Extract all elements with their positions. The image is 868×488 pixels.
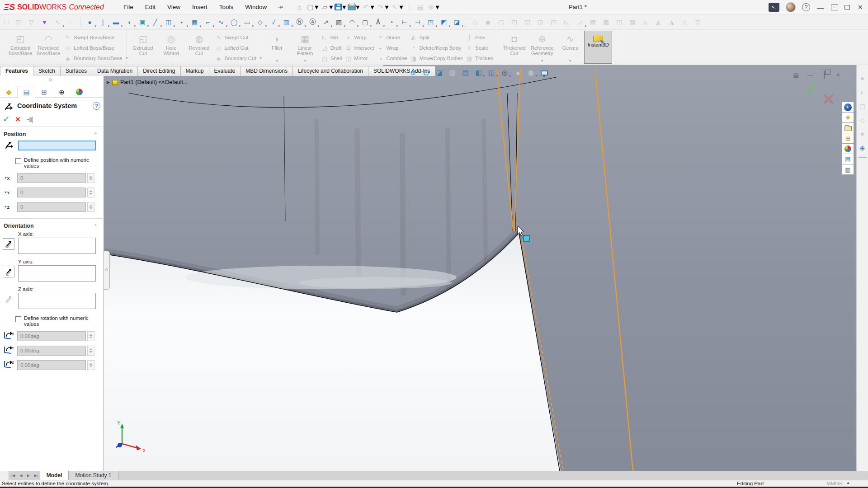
- tab-evaluate[interactable]: Evaluate: [209, 66, 241, 76]
- x-axis-selection-box[interactable]: [18, 238, 96, 254]
- sketch-point-icon[interactable]: ●▾: [83, 16, 96, 28]
- intersect-button[interactable]: ◘Intersect: [344, 42, 374, 53]
- scale-button[interactable]: ◊Scale: [465, 42, 493, 53]
- units-caret-icon[interactable]: ▲: [846, 481, 850, 485]
- last-tab-icon[interactable]: ▶|: [32, 471, 40, 480]
- viewport-minimize-icon[interactable]: —: [806, 71, 814, 78]
- arc-icon[interactable]: ◖▾: [123, 16, 136, 28]
- draft-button[interactable]: ◿Draft: [320, 42, 342, 53]
- collapse-orientation-icon[interactable]: ⌃: [94, 224, 97, 229]
- undo-icon[interactable]: ↶▾: [360, 1, 375, 13]
- graphics-viewport[interactable]: Y x: [104, 65, 868, 471]
- define-position-label[interactable]: Define position with numeric values: [24, 157, 99, 169]
- plug-left-icon[interactable]: ⊢▾: [398, 16, 411, 28]
- combine-tool-icon[interactable]: ◬: [639, 16, 652, 28]
- extruded-cut-button[interactable]: ◱Extruded Cut: [129, 31, 157, 64]
- split-button[interactable]: ◭Split: [409, 32, 463, 42]
- span-displays-button[interactable]: [831, 5, 838, 10]
- mirror-button[interactable]: ◫Mirror: [344, 53, 374, 64]
- home-icon[interactable]: ⌂: [294, 1, 305, 13]
- rotate-x-stepper[interactable]: [87, 331, 94, 341]
- lofted-boss-base-button[interactable]: ◇Lofted Boss/Base: [63, 42, 122, 53]
- new-document-icon[interactable]: ▢▾: [305, 1, 319, 13]
- apply-scene-icon[interactable]: ◍▾: [525, 67, 537, 78]
- orientation-header[interactable]: Orientation: [4, 223, 34, 229]
- z-axis-selection-box[interactable]: [18, 293, 96, 309]
- document-tab-label[interactable]: Part1 (Default) <<Default...: [120, 79, 188, 85]
- minimize-button[interactable]: —: [816, 4, 825, 11]
- flag-b-icon[interactable]: ◪▾: [450, 16, 463, 28]
- dome-tool-icon[interactable]: ◠▾: [345, 16, 359, 28]
- shell-tool-icon[interactable]: ▢: [495, 16, 508, 28]
- tab-data-migration[interactable]: Data Migration: [92, 66, 138, 76]
- thicken-tool-icon[interactable]: ▽: [691, 16, 704, 28]
- solid-box-icon[interactable]: ▣▾: [136, 16, 149, 28]
- units-label[interactable]: MMGS: [826, 481, 843, 486]
- menu-edit[interactable]: Edit: [139, 1, 161, 13]
- eraser-icon[interactable]: ◇▾: [254, 16, 267, 28]
- spline-icon[interactable]: ∿▾: [214, 16, 227, 28]
- filter-toggle-active-icon[interactable]: ▼: [38, 16, 51, 28]
- confirm-ok-icon[interactable]: ✓: [804, 78, 820, 99]
- dome-button[interactable]: ◓Dome: [376, 32, 407, 42]
- cli-terminal-icon[interactable]: >_: [769, 3, 779, 12]
- file-explorer-icon[interactable]: [842, 122, 854, 133]
- tab-property-manager[interactable]: ▤: [18, 86, 35, 98]
- menu-view[interactable]: View: [161, 1, 186, 13]
- view-settings-icon[interactable]: [538, 67, 550, 78]
- x-coordinate-field[interactable]: 0: [17, 173, 86, 183]
- ok-button[interactable]: ✓: [3, 114, 10, 124]
- rectangle-small-icon[interactable]: ▪▾: [175, 16, 188, 28]
- z-coordinate-stepper[interactable]: [87, 202, 94, 212]
- view-palette-icon[interactable]: ⊞: [842, 133, 854, 144]
- y-coordinate-field[interactable]: 0: [17, 188, 86, 197]
- tab-dimxpert-manager[interactable]: ⊕: [53, 86, 71, 98]
- 3dexperience-icon[interactable]: [842, 102, 854, 113]
- flag-a-icon[interactable]: ◩▾: [437, 16, 450, 28]
- lasso-select-icon[interactable]: ◌: [64, 16, 77, 28]
- extruded-boss-base-button[interactable]: ◰Extruded Boss/Base: [6, 31, 34, 64]
- menu-insert[interactable]: Insert: [186, 1, 213, 13]
- close-button[interactable]: ×: [856, 3, 864, 12]
- select-icon[interactable]: ↖▾: [389, 1, 404, 13]
- splitter-box[interactable]: [0, 471, 9, 480]
- menu-file[interactable]: File: [118, 1, 139, 13]
- help-icon[interactable]: ?: [802, 3, 810, 11]
- swept-boss-base-button[interactable]: ∿Swept Boss/Base: [63, 32, 122, 42]
- tab-lifecycle-and-collaboration[interactable]: Lifecycle and Collaboration: [292, 66, 368, 76]
- mirror-entities-icon[interactable]: ◫▾: [162, 16, 175, 28]
- wrap-button[interactable]: ◒Wrap: [376, 42, 407, 53]
- x-coordinate-stepper[interactable]: [87, 173, 94, 183]
- sketch-pattern-icon[interactable]: ▦▾: [188, 16, 201, 28]
- appearances-scenes-icon[interactable]: [842, 143, 854, 154]
- delete-body-tool-icon[interactable]: △: [678, 16, 691, 28]
- hide-show-items-icon[interactable]: ◎▾: [499, 67, 511, 78]
- projected-curve-icon[interactable]: ↗▾: [319, 16, 332, 28]
- view-selector-icon[interactable]: ▤: [459, 67, 472, 78]
- pie-section-icon[interactable]: ◔▾: [385, 16, 398, 28]
- flip-x-axis-button[interactable]: [3, 238, 14, 250]
- edit-appearance-pane-icon[interactable]: ●: [858, 73, 868, 83]
- pin-button[interactable]: [26, 116, 34, 124]
- next-tab-icon[interactable]: ▶: [24, 471, 32, 480]
- zoom-to-area-icon[interactable]: ⊡: [420, 67, 432, 78]
- note-icon[interactable]: Ⓝ▾: [293, 16, 306, 28]
- filter-vertices-icon[interactable]: ▽: [25, 16, 38, 28]
- thickened-cut-button[interactable]: ◘Thickened Cut: [500, 31, 528, 64]
- delete-keep-body-button[interactable]: ◔Delete/Keep Body: [409, 42, 463, 53]
- tab-display-manager[interactable]: [71, 86, 88, 98]
- y-axis-selection-box[interactable]: [18, 265, 96, 282]
- breadcrumb-arrow-icon[interactable]: ▶: [107, 80, 110, 84]
- revolve-tool-icon[interactable]: ◱: [521, 16, 534, 28]
- origin-selection-box[interactable]: [18, 141, 96, 150]
- circle-icon[interactable]: ◯▾: [227, 16, 241, 28]
- plug-right-icon[interactable]: ⊣▾: [411, 16, 424, 28]
- display-style-icon[interactable]: ◫▾: [486, 67, 498, 78]
- pattern-circular-icon[interactable]: ▥: [599, 16, 613, 28]
- y-coordinate-stepper[interactable]: [87, 188, 94, 197]
- tab-features[interactable]: Features: [0, 66, 33, 76]
- viewport-menu-icon[interactable]: ▤: [792, 71, 800, 78]
- shell-button[interactable]: ◳Shell: [320, 53, 342, 64]
- boundary-boss-base-button[interactable]: ◈Boundary Boss/Base: [63, 53, 122, 64]
- wrap-button[interactable]: ◖Wrap: [344, 32, 374, 42]
